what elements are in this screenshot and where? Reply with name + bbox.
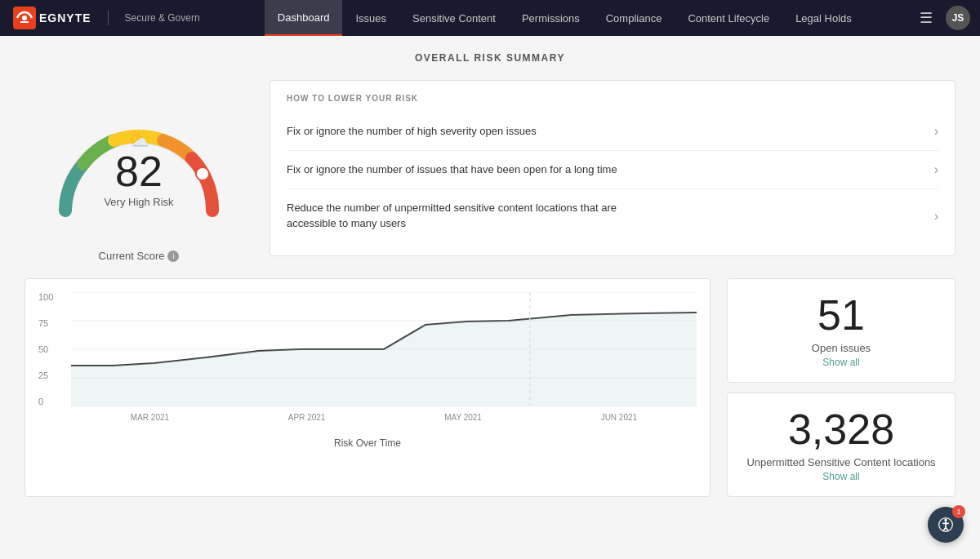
x-label-apr: APR 2021 bbox=[288, 413, 326, 422]
nav-right: ☰ JS bbox=[913, 6, 980, 30]
risk-item-2-chevron: › bbox=[934, 162, 938, 177]
risk-item-2[interactable]: Fix or ignore the number of issues that … bbox=[287, 151, 938, 189]
stat-card-issues: 51 Open issues Show all bbox=[727, 278, 956, 383]
gauge-score: 82 bbox=[104, 150, 173, 193]
stat-sensitive-link[interactable]: Show all bbox=[822, 471, 859, 482]
accessibility-icon bbox=[938, 517, 954, 533]
y-label-75: 75 bbox=[38, 318, 53, 328]
brand-divider bbox=[108, 11, 109, 25]
y-label-25: 25 bbox=[38, 370, 53, 380]
risk-item-1[interactable]: Fix or ignore the number of high severit… bbox=[287, 113, 938, 151]
bottom-section: 100 75 50 25 0 bbox=[24, 278, 956, 497]
svg-point-0 bbox=[22, 16, 27, 20]
nav-dashboard[interactable]: Dashboard bbox=[265, 0, 343, 36]
brand-logo-area: EGNYTE Secure & Govern bbox=[13, 7, 200, 29]
nav-sensitive-content[interactable]: Sensitive Content bbox=[399, 0, 509, 36]
stat-card-sensitive: 3,328 Unpermitted Sensitive Content loca… bbox=[727, 393, 956, 497]
current-score-label: Current Score i bbox=[99, 250, 180, 262]
top-section: ⛅ 82 Very High Risk Current Score i HOW … bbox=[24, 80, 956, 262]
stat-sensitive-label: Unpermitted Sensitive Content locations bbox=[744, 456, 938, 468]
user-avatar[interactable]: JS bbox=[946, 6, 970, 30]
page-title: OVERALL RISK SUMMARY bbox=[24, 52, 956, 64]
info-icon[interactable]: i bbox=[167, 251, 179, 262]
top-navigation: EGNYTE Secure & Govern Dashboard Issues … bbox=[0, 0, 980, 36]
help-badge: 1 bbox=[952, 505, 965, 518]
risk-item-1-chevron: › bbox=[934, 124, 938, 139]
chart-svg bbox=[71, 292, 697, 406]
brand-subtitle: Secure & Govern bbox=[125, 12, 200, 24]
main-content: OVERALL RISK SUMMARY bbox=[0, 36, 980, 559]
help-button[interactable]: 1 bbox=[928, 507, 964, 543]
svg-point-9 bbox=[944, 519, 947, 521]
svg-point-1 bbox=[196, 167, 209, 180]
nav-legal-holds[interactable]: Legal Holds bbox=[782, 0, 865, 36]
risk-item-2-text: Fix or ignore the number of issues that … bbox=[287, 162, 617, 177]
gauge-wrapper: ⛅ 82 Very High Risk bbox=[41, 80, 237, 243]
x-axis-labels: MAR 2021 APR 2021 MAY 2021 JUN 2021 bbox=[71, 413, 697, 422]
logo-box bbox=[13, 7, 36, 29]
chart-area: 100 75 50 25 0 bbox=[38, 292, 697, 431]
svg-marker-7 bbox=[71, 313, 697, 406]
risk-tips-panel: HOW TO LOWER YOUR RISK Fix or ignore the… bbox=[270, 80, 956, 256]
stat-sensitive-number: 3,328 bbox=[744, 406, 938, 453]
y-label-100: 100 bbox=[38, 292, 53, 302]
y-axis-labels: 100 75 50 25 0 bbox=[38, 292, 56, 406]
nav-compliance[interactable]: Compliance bbox=[593, 0, 675, 36]
risk-item-3-text: Reduce the number of unpermitted sensiti… bbox=[287, 201, 630, 230]
brand-logo: EGNYTE bbox=[13, 7, 91, 29]
menu-icon[interactable]: ☰ bbox=[913, 6, 939, 30]
nav-links: Dashboard Issues Sensitive Content Permi… bbox=[216, 0, 913, 36]
nav-permissions[interactable]: Permissions bbox=[509, 0, 593, 36]
chart-title: Risk Over Time bbox=[38, 437, 697, 449]
x-label-may: MAY 2021 bbox=[444, 413, 482, 422]
gauge-center: ⛅ 82 Very High Risk bbox=[104, 131, 173, 208]
stat-issues-number: 51 bbox=[744, 292, 938, 339]
nav-issues[interactable]: Issues bbox=[342, 0, 399, 36]
risk-item-1-text: Fix or ignore the number of high severit… bbox=[287, 124, 537, 139]
gauge-risk-label: Very High Risk bbox=[104, 196, 173, 208]
brand-name: EGNYTE bbox=[39, 11, 91, 24]
stat-issues-link[interactable]: Show all bbox=[822, 357, 859, 368]
risk-item-3-chevron: › bbox=[934, 209, 938, 224]
x-label-jun: JUN 2021 bbox=[601, 413, 637, 422]
y-label-50: 50 bbox=[38, 344, 53, 354]
nav-content-lifecycle[interactable]: Content Lifecycle bbox=[675, 0, 782, 36]
gauge-container: ⛅ 82 Very High Risk Current Score i bbox=[24, 80, 253, 262]
risk-panel-title: HOW TO LOWER YOUR RISK bbox=[287, 94, 938, 103]
chart-container: 100 75 50 25 0 bbox=[24, 278, 710, 497]
y-label-0: 0 bbox=[38, 397, 53, 406]
stats-panel: 51 Open issues Show all 3,328 Unpermitte… bbox=[727, 278, 956, 497]
current-score-text: Current Score bbox=[99, 250, 165, 262]
risk-item-3[interactable]: Reduce the number of unpermitted sensiti… bbox=[287, 189, 938, 242]
stat-issues-label: Open issues bbox=[744, 342, 938, 354]
x-label-mar: MAR 2021 bbox=[131, 413, 169, 422]
